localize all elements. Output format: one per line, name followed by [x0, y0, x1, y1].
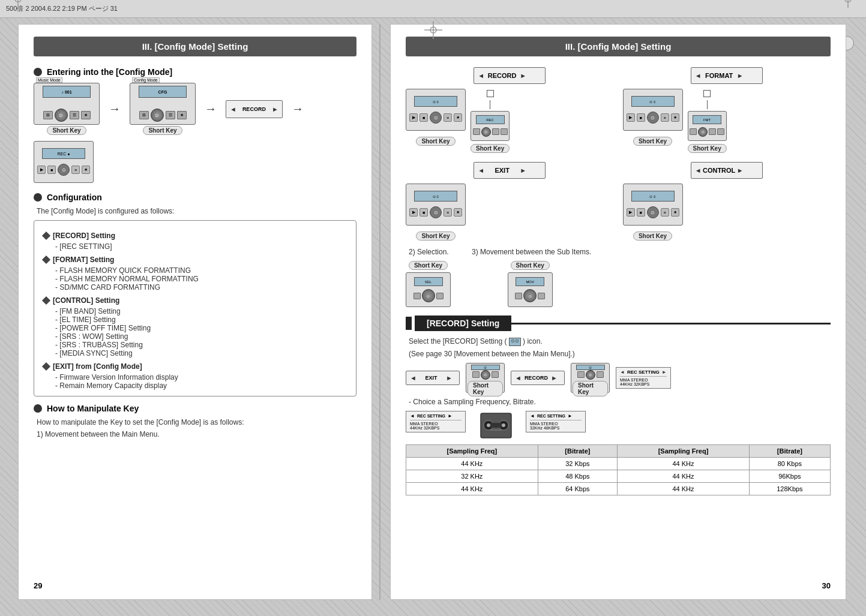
short-key-selection: Short Key — [409, 261, 448, 270]
config-format-sub1: - FLASH MEMORY QUICK FORMATTING — [55, 266, 347, 275]
format-devices: ⊙ ≡ ▶ ■ ⊙ ≡ ★ Short Key — [623, 89, 831, 153]
short-key-movement: Short Key — [511, 261, 550, 270]
music-mode-label: Music Mode — [36, 77, 62, 83]
diamond-control — [42, 296, 50, 305]
center-btn[interactable]: ⊙ — [58, 164, 70, 176]
config-control-sub2: - [EL TIME] Setting — [55, 315, 347, 324]
nav-grid: ◄ RECORD ► ⊙ ≡ ▶ ■ ⊙ — [406, 67, 831, 241]
config-mode-device-container: Config Mode CFG ⊞ ⊙ ☰ ★ Short Key — [130, 83, 196, 135]
config-format-sub2: - FLASH MEMORY NORMAL FORMATTING — [55, 275, 347, 283]
config-control: [CONTROL] Setting — [43, 296, 347, 305]
exit-col: ◄ EXIT ► ⊙ ≡ ▶ ■ ⊙ — [406, 162, 614, 241]
record-nav-unit: ◄ RECORD ► — [406, 67, 614, 84]
config-exit-sub2: - Remain Memory Capacity display — [55, 381, 347, 390]
format-nav-unit: ◄ FORMAT ► — [623, 67, 831, 84]
record-small-player: REC ⊙ — [471, 111, 510, 141]
menu-btn[interactable]: ★ — [82, 166, 90, 174]
selection-text: 2) Selection. — [406, 248, 451, 256]
nav-right-arrow: ► — [272, 106, 278, 113]
full-player-container: REC ● ▶ ■ ⊙ ≡ ★ — [34, 141, 94, 183]
play-btn[interactable]: ▶ — [37, 166, 46, 174]
music-btn-1[interactable]: ⊞ — [43, 111, 53, 119]
short-key-format-right: Short Key — [688, 144, 727, 153]
nav-left-arrow: ◄ — [230, 106, 236, 113]
control-left-device: ⊙ ≡ ▶ ■ ⊙ ≡ ★ Short Key — [623, 184, 683, 241]
cfg-btn-3[interactable]: ★ — [177, 111, 187, 119]
format-player: ⊙ ≡ ▶ ■ ⊙ ≡ ★ — [623, 89, 683, 131]
right-page: III. [Config Mode] Setting ◄ RECORD ► — [390, 24, 846, 600]
short-key-record-right: Short Key — [471, 144, 510, 153]
record-col: ◄ RECORD ► ⊙ ≡ ▶ ■ ⊙ — [406, 67, 614, 153]
table-header-4: [Bitrate] — [749, 444, 830, 457]
cfg-btn-1[interactable]: ⊞ — [139, 111, 149, 119]
cross-right-mid — [839, 0, 857, 10]
selection-section: 2) Selection. Short Key SEL ⊙ — [406, 248, 451, 307]
tape-icon — [475, 411, 517, 441]
mode-arrow: → — [109, 102, 121, 116]
music-btn-2[interactable]: ☰ — [70, 111, 79, 119]
config-control-sub1: - [FM BAND] Setting — [55, 307, 347, 315]
music-btn-3[interactable]: ★ — [81, 111, 91, 119]
row2-col3: 44 KHz — [618, 470, 750, 482]
music-mode-device: Music Mode ♪ 001 ⊞ ⊙ ☰ ★ — [34, 83, 100, 125]
manipulate-section-header: How to Manipulate Key — [34, 404, 356, 413]
music-mode-device-container: Music Mode ♪ 001 ⊞ ⊙ ☰ ★ Short Key — [34, 83, 100, 135]
music-nav-btn[interactable]: ⊙ — [55, 109, 68, 122]
bullet-manipulate — [34, 404, 42, 413]
vol-btn[interactable]: ≡ — [71, 166, 80, 174]
row3-col3: 44 KHz — [618, 482, 750, 495]
svg-point-16 — [502, 423, 505, 427]
row3-col1: 44 KHz — [406, 482, 538, 495]
control-player: ⊙ ≡ ▶ ■ ⊙ ≡ ★ — [623, 184, 683, 226]
row3-col4: 128Kbps — [749, 482, 830, 495]
music-btns: ⊞ ⊙ ☰ ★ — [43, 109, 91, 122]
music-screen: ♪ 001 — [43, 86, 91, 98]
movement-device-container: Short Key MOV ⊙ — [469, 260, 591, 307]
record-right-device: REC ⊙ Short Key — [471, 89, 510, 153]
config-control-sub4: - [SRS : WOW] Setting — [55, 332, 347, 341]
cfg-btn-2[interactable]: ☰ — [166, 111, 175, 119]
config-format-sub3: - SD/MMC CARD FORMATTING — [55, 283, 347, 292]
short-key-label-1: Short Key — [47, 126, 86, 135]
rec-display-2: ◄ REC SETTING ► MMA STEREO 32KHz 48KBPS — [526, 411, 586, 432]
format-right-device: FMT ⊙ Short Key — [688, 89, 727, 153]
config-btns: ⊞ ⊙ ☰ ★ — [139, 109, 187, 122]
stop-btn[interactable]: ■ — [47, 166, 56, 174]
diamond-format — [42, 256, 50, 264]
row2-col4: 96Kbps — [749, 470, 830, 482]
format-left-device: ⊙ ≡ ▶ ■ ⊙ ≡ ★ Short Key — [623, 89, 683, 146]
table-row: 44 KHz 32 Kbps 44 KHz 80 Kbps — [406, 457, 831, 470]
separator-line — [379, 24, 380, 600]
record-header-bar — [406, 317, 412, 330]
rec-small-player-1: ⊙ ⊙ Short Key — [466, 363, 505, 393]
short-key-rec-1: Short Key — [468, 381, 503, 396]
record-setting-sub3: (See page 30 [Movement between the Main … — [406, 350, 831, 358]
row2-col1: 32 KHz — [406, 470, 538, 482]
exit-player: ⊙ ≡ ▶ ■ ⊙ ≡ ★ — [406, 184, 466, 226]
rec-setting-box-1: ◄ REC SETTING ► MMA STEREO 44KHz 32KBPS — [616, 367, 671, 389]
config-control-sub3: - [POWER OFF TIME] Setting — [55, 324, 347, 332]
bullet-entering — [34, 68, 42, 76]
config-format: [FORMAT] Setting — [43, 256, 347, 264]
sampling-table: [Sampling Freq] [Bitrate] [Sampling Freq… — [406, 444, 831, 495]
table-row: 44 KHz 64 Kbps 44 KHz 128Kbps — [406, 482, 831, 495]
exit-left-device: ⊙ ≡ ▶ ■ ⊙ ≡ ★ Short Key — [406, 184, 466, 241]
record-setting-sub1: Select the [RECORD] Setting ( ⊙⊙ ) icon. — [406, 337, 831, 346]
table-header-3: [Sampling Freq] — [618, 444, 750, 457]
movement-section: 3) Movement between the Sub Items. Short… — [469, 248, 591, 307]
config-mode-device: Config Mode CFG ⊞ ⊙ ☰ ★ — [130, 83, 196, 125]
config-control-sub6: - [MEDIA SYNC] Setting — [55, 349, 347, 357]
bullet-config — [34, 193, 42, 202]
control-nav-box: ◄ CONTROL ► — [691, 162, 763, 179]
row1-col3: 44 KHz — [618, 457, 750, 470]
right-page-header: III. [Config Mode] Setting — [406, 37, 831, 56]
full-player-device: REC ● ▶ ■ ⊙ ≡ ★ — [34, 141, 94, 183]
control-nav-unit: ◄ CONTROL ► — [623, 162, 831, 179]
short-key-rec-2: Short Key — [573, 381, 608, 396]
row1-col2: 32 Kbps — [538, 457, 617, 470]
format-small-player: FMT ⊙ — [688, 111, 727, 141]
config-sub-text: The [Config Mode] is configured as follo… — [34, 207, 356, 215]
exit-devices: ⊙ ≡ ▶ ■ ⊙ ≡ ★ Short Key — [406, 184, 614, 241]
cfg-nav-btn[interactable]: ⊙ — [151, 109, 164, 122]
selection-player: SEL ⊙ — [406, 272, 451, 307]
